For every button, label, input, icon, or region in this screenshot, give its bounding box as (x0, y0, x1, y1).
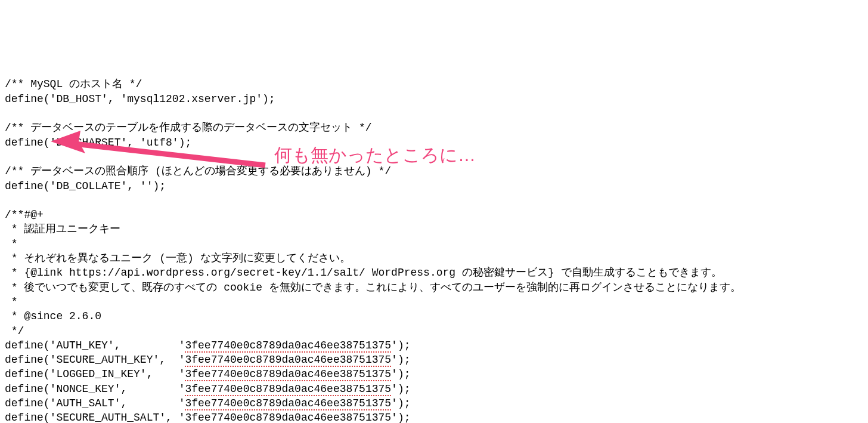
line-db-collate: define('DB_COLLATE', ''); (5, 180, 166, 192)
line-db-host: define('DB_HOST', 'mysql1202.xserver.jp'… (5, 93, 275, 105)
key-value: 3fee7740e0c8789da0ac46ee38751375 (185, 412, 391, 423)
key-value: 3fee7740e0c8789da0ac46ee38751375 (185, 397, 391, 410)
docblock-line: * 認証用ユニークキー (5, 223, 120, 235)
key-value: 3fee7740e0c8789da0ac46ee38751375 (185, 368, 391, 381)
docblock-line: * @since 2.6.0 (5, 310, 101, 322)
key-value: 3fee7740e0c8789da0ac46ee38751375 (185, 339, 391, 353)
docblock-line: * 後でいつでも変更して、既存のすべての cookie を無効にできます。これに… (5, 282, 741, 294)
docblock-close: */ (5, 325, 24, 337)
key-line: define('NONCE_KEY', '3fee7740e0c8789da0a… (5, 383, 411, 396)
docblock-line: * (5, 238, 18, 250)
key-value: 3fee7740e0c8789da0ac46ee38751375 (185, 383, 391, 396)
svg-line-0 (75, 144, 265, 165)
docblock-open: /**#@+ (5, 209, 44, 221)
docblock-line: * {@link https://api.wordpress.org/secre… (5, 267, 722, 279)
key-line: define('AUTH_KEY', '3fee7740e0c8789da0ac… (5, 339, 411, 353)
docblock-line: * (5, 296, 18, 308)
key-line: define('SECURE_AUTH_KEY', '3fee7740e0c87… (5, 354, 411, 367)
key-value: 3fee7740e0c8789da0ac46ee38751375 (185, 354, 391, 367)
annotation-text: 何も無かったところに… (274, 143, 476, 168)
annotation-arrow (51, 116, 271, 164)
key-line: define('AUTH_SALT', '3fee7740e0c8789da0a… (5, 397, 411, 410)
key-line: define('SECURE_AUTH_SALT', '3fee7740e0c8… (5, 412, 411, 423)
comment-host: /** MySQL のホスト名 */ (5, 78, 142, 90)
docblock-line: * それぞれを異なるユニーク (一意) な文字列に変更してください。 (5, 252, 351, 264)
key-line: define('LOGGED_IN_KEY', '3fee7740e0c8789… (5, 368, 411, 381)
